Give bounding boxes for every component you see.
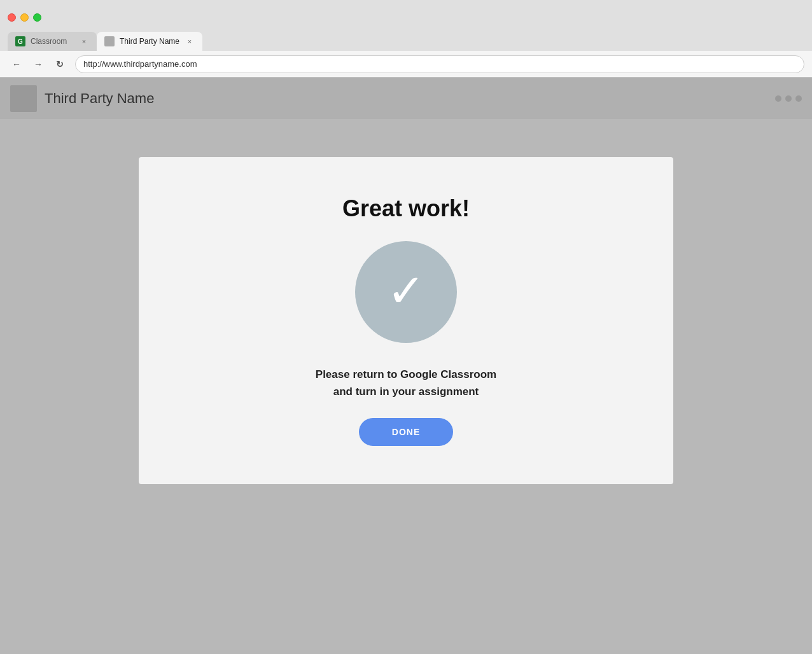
address-input[interactable] — [75, 55, 804, 73]
checkmark-icon: ✓ — [387, 268, 425, 314]
close-window-button[interactable] — [8, 13, 16, 22]
browser-body: Third Party Name Great work! ✓ Please re… — [0, 78, 812, 654]
site-menu-dots — [775, 95, 802, 102]
menu-dot-1 — [775, 95, 781, 102]
menu-dot-2 — [785, 95, 792, 102]
success-card: Great work! ✓ Please return to Google Cl… — [139, 157, 673, 484]
address-bar-row: ← → ↻ — [0, 51, 812, 78]
maximize-window-button[interactable] — [33, 13, 41, 22]
tab-third-party[interactable]: Third Party Name × — [97, 32, 202, 51]
forward-button[interactable]: → — [29, 55, 47, 73]
tab-classroom-close[interactable]: × — [79, 36, 89, 46]
done-button[interactable]: DONE — [359, 418, 453, 446]
tab-classroom-label: Classroom — [31, 37, 74, 46]
menu-dot-3 — [795, 95, 802, 102]
card-message: Please return to Google Classroom and tu… — [316, 366, 496, 400]
third-party-favicon — [104, 36, 115, 46]
title-bar — [0, 0, 812, 28]
card-message-line1: Please return to Google Classroom — [316, 368, 496, 380]
tab-bar: G Classroom × Third Party Name × — [0, 28, 812, 51]
site-title: Third Party Name — [45, 90, 767, 107]
tab-classroom[interactable]: G Classroom × — [8, 32, 97, 51]
site-header: Third Party Name — [0, 78, 812, 119]
check-circle: ✓ — [355, 241, 457, 343]
traffic-lights — [8, 13, 41, 22]
site-logo — [10, 85, 37, 112]
tab-third-party-close[interactable]: × — [185, 36, 195, 46]
browser-window: G Classroom × Third Party Name × ← → ↻ — [0, 0, 812, 654]
back-button[interactable]: ← — [8, 55, 25, 73]
card-title: Great work! — [342, 195, 470, 222]
third-party-favicon-icon — [104, 36, 115, 46]
browser-chrome: G Classroom × Third Party Name × ← → ↻ — [0, 0, 812, 78]
card-message-line2: and turn in your assignment — [333, 386, 479, 398]
nav-buttons: ← → ↻ — [8, 55, 69, 73]
page-content: Great work! ✓ Please return to Google Cl… — [0, 119, 812, 654]
minimize-window-button[interactable] — [20, 13, 29, 22]
classroom-favicon-icon: G — [15, 36, 25, 46]
reload-button[interactable]: ↻ — [51, 55, 69, 73]
classroom-favicon: G — [15, 36, 25, 46]
tab-third-party-label: Third Party Name — [120, 37, 179, 46]
